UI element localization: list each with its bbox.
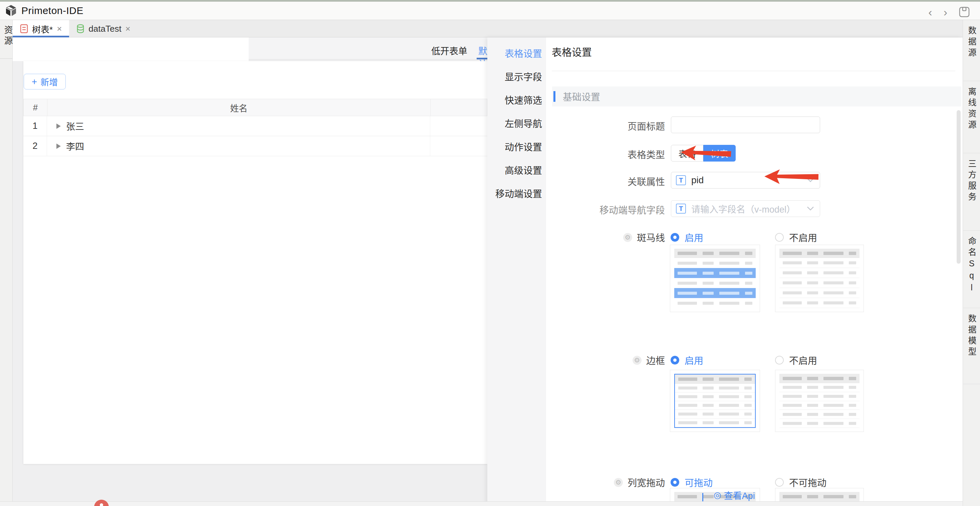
drag-indicator-line bbox=[702, 493, 703, 502]
workspace-tab-bar: 树表* × dataTest × bbox=[13, 20, 963, 37]
border-radio-off[interactable]: 不启用 bbox=[775, 353, 817, 367]
close-icon[interactable]: × bbox=[57, 24, 62, 34]
col-drag-radio-off[interactable]: 不可拖动 bbox=[775, 476, 826, 489]
section-basic-settings: 基础设置 bbox=[552, 86, 961, 107]
dock-item-third-party-services[interactable]: 三方服务 bbox=[963, 153, 980, 231]
add-button-label: 新增 bbox=[40, 75, 58, 88]
text-type-icon: T bbox=[676, 175, 686, 185]
border-on-preview bbox=[670, 370, 760, 432]
column-header-name: 姓名 bbox=[48, 99, 431, 116]
gear-icon: ⚙ bbox=[633, 356, 641, 365]
tab-label: 树表* bbox=[32, 23, 53, 35]
table-header-row: # 姓名 bbox=[23, 99, 487, 116]
menu-item-action-settings[interactable]: 动作设置 bbox=[487, 137, 546, 161]
tree-table: # 姓名 1 张三 2 李四 bbox=[23, 99, 487, 156]
primeton-logo-icon bbox=[5, 4, 18, 17]
radio-selected-icon bbox=[671, 233, 679, 242]
relation-value: pid bbox=[691, 175, 704, 186]
dock-item-named-sql[interactable]: 命名Sql bbox=[963, 231, 980, 308]
dock-item-datasource[interactable]: 数据源 bbox=[963, 20, 980, 81]
section-accent-bar bbox=[554, 91, 555, 102]
field-label-table-type: 表格类型 bbox=[609, 148, 665, 161]
notification-badge[interactable] bbox=[94, 500, 109, 506]
dock-item-offline-resources[interactable]: 离线资源 bbox=[963, 81, 980, 153]
menu-item-left-nav[interactable]: 左侧导航 bbox=[487, 114, 546, 137]
column-header-extra bbox=[431, 99, 487, 116]
border-off-preview bbox=[775, 370, 864, 432]
expand-caret-icon[interactable] bbox=[56, 124, 61, 129]
zebra-off-preview bbox=[775, 245, 864, 312]
radio-selected-icon bbox=[671, 478, 679, 487]
zebra-label: 斑马线 bbox=[637, 231, 665, 244]
divider bbox=[552, 71, 955, 71]
col-drag-label: 列宽拖动 bbox=[627, 476, 665, 489]
sidebar-item-resources[interactable]: 资源 bbox=[2, 25, 14, 47]
expand-caret-icon[interactable] bbox=[56, 143, 61, 149]
status-bar bbox=[0, 501, 963, 506]
close-icon[interactable]: × bbox=[126, 24, 130, 34]
annotation-arrow-relation bbox=[764, 169, 820, 185]
view-api-label: 查看Api bbox=[724, 488, 755, 502]
row-index: 2 bbox=[23, 136, 47, 156]
cell-name: 张三 bbox=[66, 119, 84, 132]
zebra-radio-off[interactable]: 不启用 bbox=[775, 231, 817, 244]
radio-unselected-icon bbox=[775, 356, 784, 364]
menu-item-advanced-settings[interactable]: 高级设置 bbox=[487, 161, 546, 184]
plus-icon: + bbox=[32, 77, 37, 86]
save-icon[interactable] bbox=[959, 6, 970, 18]
panel-title: 表格设置 bbox=[552, 44, 592, 59]
cell-name: 李四 bbox=[66, 140, 84, 153]
gear-icon: ⚙ bbox=[623, 233, 632, 242]
column-header-index: # bbox=[24, 99, 48, 116]
field-label-relation: 关联属性 bbox=[609, 175, 665, 188]
annotation-arrow-tree-type bbox=[680, 146, 732, 162]
right-dock-strip: 数据源 离线资源 三方服务 命名Sql 数据模型 bbox=[963, 20, 980, 506]
page-title-input[interactable] bbox=[671, 116, 820, 133]
view-api-link[interactable]: ◎ 查看Api bbox=[714, 488, 755, 502]
app-title: Primeton-IDE bbox=[21, 5, 83, 16]
form-preview-card: + 新增 # 姓名 1 张三 2 李四 bbox=[23, 61, 487, 464]
radio-selected-icon bbox=[671, 356, 679, 364]
gear-icon: ⚙ bbox=[614, 478, 623, 487]
tab-label: dataTest bbox=[89, 24, 121, 34]
col-drag-toggle-row: ⚙ 列宽拖动 可拖动 不可拖动 bbox=[546, 477, 913, 487]
target-icon: ◎ bbox=[714, 490, 721, 500]
chevron-down-icon bbox=[807, 206, 815, 211]
dock-item-data-model[interactable]: 数据模型 bbox=[963, 308, 980, 384]
menu-item-display-fields[interactable]: 显示字段 bbox=[487, 67, 546, 91]
radio-unselected-icon bbox=[775, 233, 784, 242]
settings-panel: 表格设置 基础设置 页面标题 表格类型 表格 树表 关联属性 T pid 移动端… bbox=[546, 37, 963, 506]
zebra-on-preview bbox=[670, 245, 760, 312]
title-bar: Primeton-IDE ‹ › bbox=[0, 2, 980, 20]
tab-datatest[interactable]: dataTest × bbox=[69, 20, 137, 37]
zebra-toggle-row: ⚙ 斑马线 启用 不启用 bbox=[546, 232, 913, 242]
page-tabs-bar: 低开表单 默认 bbox=[249, 37, 487, 59]
section-title: 基础设置 bbox=[563, 90, 600, 103]
settings-drawer: 表格设置 显示字段 快速筛选 左侧导航 动作设置 高级设置 移动端设置 表格设置… bbox=[487, 37, 963, 506]
table-row[interactable]: 2 李四 bbox=[23, 136, 487, 156]
menu-item-quick-filter[interactable]: 快速筛选 bbox=[487, 91, 546, 114]
zebra-radio-on[interactable]: 启用 bbox=[671, 231, 703, 244]
table-row[interactable]: 1 张三 bbox=[23, 116, 487, 136]
border-toggle-row: ⚙ 边框 启用 不启用 bbox=[546, 355, 913, 365]
col-drag-radio-on[interactable]: 可拖动 bbox=[671, 476, 713, 489]
nav-forward-icon[interactable]: › bbox=[943, 6, 947, 18]
menu-item-table-settings[interactable]: 表格设置 bbox=[487, 44, 546, 67]
border-radio-on[interactable]: 启用 bbox=[671, 353, 703, 367]
add-row-button[interactable]: + 新增 bbox=[24, 74, 66, 89]
database-icon bbox=[76, 24, 84, 33]
scrollbar-thumb[interactable] bbox=[957, 110, 961, 264]
row-index: 1 bbox=[23, 116, 47, 136]
menu-item-mobile-settings[interactable]: 移动端设置 bbox=[487, 184, 546, 208]
left-dock-strip: 资源 bbox=[0, 20, 13, 506]
tab-tree-table[interactable]: 树表* × bbox=[13, 20, 69, 37]
field-label-mobile-nav: 移动端导航字段 bbox=[586, 203, 665, 216]
form-file-icon bbox=[20, 24, 28, 33]
mobile-nav-select[interactable]: T 请输入字段名（v-model） bbox=[671, 200, 820, 217]
radio-unselected-icon bbox=[775, 478, 784, 487]
page-tab-form[interactable]: 低开表单 bbox=[431, 44, 467, 57]
settings-menu: 表格设置 显示字段 快速筛选 左侧导航 动作设置 高级设置 移动端设置 bbox=[487, 37, 546, 506]
mobile-nav-placeholder: 请输入字段名（v-model） bbox=[691, 202, 795, 215]
nav-back-icon[interactable]: ‹ bbox=[928, 6, 932, 18]
border-label: 边框 bbox=[646, 353, 665, 367]
